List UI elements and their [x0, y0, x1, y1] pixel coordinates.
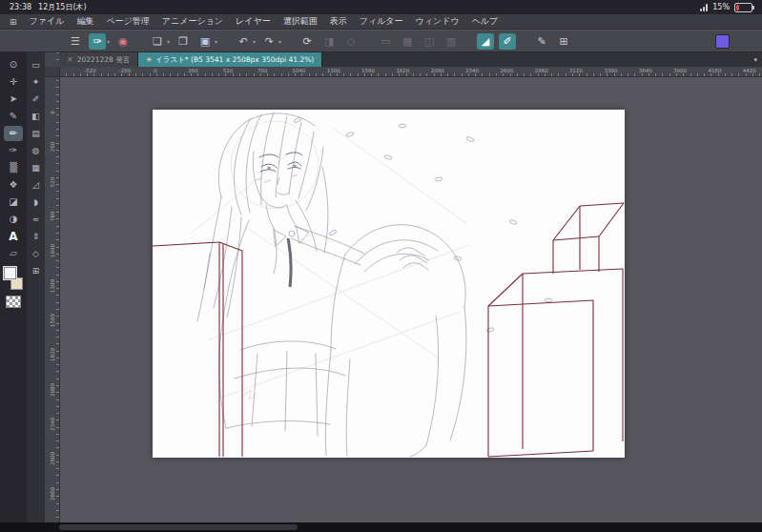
tool-airbrush-icon[interactable]: ▒: [4, 160, 23, 175]
tool-balloon-icon[interactable]: ◗: [29, 194, 44, 210]
tool-pen-icon[interactable]: ✎: [4, 109, 23, 124]
menu-view[interactable]: 表示: [330, 15, 347, 28]
tool-figure-icon[interactable]: ▱: [4, 246, 23, 261]
toolbar-group-item: ✐: [499, 33, 516, 50]
bottom-scrollbar-thumb[interactable]: [59, 524, 298, 530]
menu-page[interactable]: ページ管理: [106, 15, 149, 28]
menu-bar: ⊞ ファイル編集ページ管理アニメーションレイヤー選択範囲表示フィルターウィンドウ…: [0, 14, 762, 30]
toolbar-group-item: ✑▾: [89, 33, 110, 50]
menu-file[interactable]: ファイル: [30, 15, 65, 28]
toolbar-group-item: ☰: [67, 33, 84, 50]
command-toolbar: ☰✑▾◉❏▾❐▣▾↶▾↷▾⟳◨◇▭▦◫▥◢✐✎⊞: [0, 31, 762, 52]
h-ruler-label: 1820: [396, 68, 409, 73]
workspace-icon[interactable]: ⊞: [10, 17, 17, 27]
toolbar-invert-selection-icon[interactable]: ◫: [421, 33, 438, 50]
tool-primitive-icon[interactable]: ◇: [29, 246, 44, 261]
toolbar-undo-icon[interactable]: ↶: [235, 33, 252, 50]
transparent-color-swatch[interactable]: [6, 296, 21, 308]
toolbar-redo-chevron-icon[interactable]: ▾: [278, 38, 281, 45]
toolbar-snap-to-special-ruler-icon[interactable]: ✐: [499, 33, 516, 50]
tab-other-document[interactable]: × 20221228 発言: [59, 52, 138, 67]
toolbar-transform-icon[interactable]: ◨: [320, 33, 338, 50]
toolbar-color-swatch[interactable]: [715, 34, 730, 49]
toolbar-save-file-icon[interactable]: ▣: [196, 33, 214, 50]
toolbar-reset-view-icon[interactable]: ⟳: [299, 33, 316, 50]
tab-label: イラスト* (B5 3541 x 2508px 350dpi 41.2%): [155, 55, 314, 65]
menu-window[interactable]: ウィンドウ: [416, 15, 460, 28]
toolbar-undo-chevron-icon[interactable]: ▾: [253, 38, 256, 45]
toolbar-current-tool-chevron-icon[interactable]: ▾: [107, 38, 110, 45]
toolbar-main-menu-icon[interactable]: ☰: [67, 33, 84, 50]
toolbar-snap-to-ruler-icon[interactable]: ◢: [477, 33, 494, 50]
h-ruler-label: -260: [119, 68, 131, 73]
toolbar-group-item: ◢: [477, 33, 494, 50]
v-ruler-label: 260: [50, 140, 55, 154]
tool-auto-select-icon[interactable]: ✦: [29, 74, 44, 90]
menu-help[interactable]: ヘルプ: [472, 15, 499, 28]
toolbar-group-item: ◇: [342, 33, 360, 50]
tool-gradient-icon[interactable]: ▤: [29, 126, 44, 141]
toolbar-new-canvas-chevron-icon[interactable]: ▾: [167, 38, 170, 45]
tool-frame-border-icon[interactable]: ▦: [29, 160, 44, 175]
toolbar-group-item: ◫: [421, 33, 438, 50]
tool-eyedropper-icon[interactable]: ✐: [29, 92, 44, 107]
tool-brush-icon[interactable]: ✑: [4, 143, 23, 158]
ruler-corner: [45, 67, 59, 77]
h-ruler-label: 2080: [431, 68, 444, 73]
tool-move-icon[interactable]: ✛: [4, 74, 23, 90]
tool-decoration-icon[interactable]: ❖: [4, 177, 23, 193]
tool-mix-icon[interactable]: ◍: [29, 143, 44, 158]
tab-label: 20221228 発言: [77, 55, 131, 65]
toolbar-mesh-transform-icon[interactable]: ◇: [342, 33, 360, 50]
tool-column-2: ▭✦✐◧▤◍▦◿◗≈⇕◇⊞: [27, 52, 45, 522]
toolbar-group-item: ↶▾: [235, 33, 256, 50]
h-ruler-label: 1300: [327, 68, 340, 73]
toolbar-select-area-icon[interactable]: ▭: [377, 33, 394, 50]
h-ruler-label: 1560: [361, 68, 375, 73]
toolbar-deselect-icon[interactable]: ▦: [399, 33, 416, 50]
tool-layer-move-icon[interactable]: ⇕: [29, 229, 44, 244]
toolbar-current-tool-icon[interactable]: ✑: [89, 33, 106, 50]
toolbar-new-canvas-icon[interactable]: ❏: [149, 33, 166, 50]
menu-animation[interactable]: アニメーション: [162, 15, 223, 28]
tool-marquee-icon[interactable]: ▭: [29, 57, 44, 72]
tab-active-document[interactable]: ✳ イラスト* (B5 3541 x 2508px 350dpi 41.2%): [138, 52, 322, 67]
menu-layer[interactable]: レイヤー: [236, 15, 271, 28]
battery-icon: [734, 3, 752, 12]
unsaved-indicator-icon: ✳: [146, 56, 152, 64]
h-ruler-label: 3120: [569, 68, 583, 73]
tool-eraser-icon[interactable]: ◪: [4, 194, 23, 210]
toolbar-pen-settings-icon[interactable]: ✎: [533, 33, 550, 50]
tool-line-correct-icon[interactable]: ≈: [29, 212, 44, 227]
menu-items: ファイル編集ページ管理アニメーションレイヤー選択範囲表示フィルターウィンドウヘル…: [30, 15, 499, 28]
foreground-color-swatch[interactable]: [4, 267, 16, 279]
toolbar-redo-icon[interactable]: ↷: [260, 33, 278, 50]
bottom-scrollbar-track[interactable]: [0, 522, 762, 532]
tool-fill-icon[interactable]: ◧: [29, 109, 44, 124]
tool-blend-icon[interactable]: ◑: [4, 212, 23, 227]
toolbar-grid-icon[interactable]: ⊞: [555, 33, 572, 50]
h-ruler-label: 260: [188, 68, 198, 73]
toolbar-open-file-icon[interactable]: ❐: [175, 33, 192, 50]
canvas-viewport[interactable]: [59, 76, 762, 522]
tool-zoom-icon[interactable]: ⊙: [4, 57, 23, 72]
h-ruler-label: 2340: [465, 68, 479, 73]
toolbar-save-file-chevron-icon[interactable]: ▾: [215, 38, 217, 45]
h-ruler-label: -520: [84, 68, 95, 73]
v-ruler-label: 780: [50, 210, 55, 224]
menu-selection[interactable]: 選択範囲: [283, 15, 318, 28]
tool-ruler-tool-icon[interactable]: ◿: [29, 177, 44, 193]
h-ruler-label: 2600: [500, 68, 513, 73]
toolbar-selection-launcher-icon[interactable]: ▥: [443, 33, 460, 50]
close-icon[interactable]: ×: [67, 55, 73, 64]
tool-sub-view-icon[interactable]: ⊞: [29, 263, 44, 278]
tool-operation-icon[interactable]: ➤: [4, 92, 23, 107]
toolbar-color-ring-icon[interactable]: ◉: [114, 33, 132, 50]
tab-overflow-chevron-icon[interactable]: ▾: [749, 56, 762, 64]
tool-text-icon[interactable]: A: [4, 229, 23, 244]
menu-filter[interactable]: フィルター: [360, 15, 403, 28]
tool-pencil-icon[interactable]: ✏: [4, 126, 23, 141]
v-ruler-label: 0: [50, 106, 55, 120]
menu-edit[interactable]: 編集: [76, 15, 93, 28]
canvas-paper[interactable]: [153, 110, 625, 458]
